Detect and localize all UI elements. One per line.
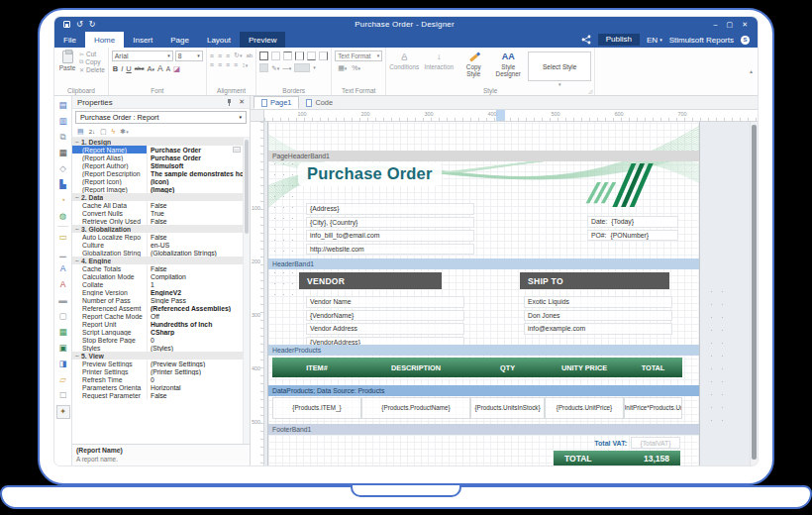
- align-left-icon[interactable]: ≡: [210, 61, 214, 68]
- border-sides-icon[interactable]: [295, 52, 304, 60]
- ribbon-collapse-icon[interactable]: ▴: [750, 67, 753, 74]
- property-row[interactable]: (Report Author) Stimulsoft ⋯: [72, 161, 243, 169]
- tools-icon[interactable]: ✦: [56, 405, 70, 419]
- ribbon-tab[interactable]: Insert: [124, 32, 161, 48]
- text-field[interactable]: info_bill_to@email.com: [306, 230, 474, 242]
- data-grid-icon[interactable]: ▣: [55, 340, 70, 356]
- cut-button[interactable]: ✂Cut: [79, 51, 105, 57]
- data-cell[interactable]: {Products.UnitsInStock}: [470, 397, 545, 419]
- barcode-icon[interactable]: ▦: [55, 145, 70, 160]
- property-row[interactable]: Retrieve Only Used False ⋯: [72, 217, 243, 225]
- property-row[interactable]: Styles (Styles) ⋯: [72, 344, 243, 352]
- copy-style-button[interactable]: Copy Style: [458, 52, 488, 77]
- date-field[interactable]: Date: {Today}: [587, 216, 678, 228]
- text-rotate-button[interactable]: ↻▾: [234, 52, 242, 59]
- properties-scrollbar[interactable]: [243, 138, 250, 444]
- undo-icon[interactable]: ↺: [76, 20, 83, 29]
- products-header-band[interactable]: HeaderProducts: [268, 345, 699, 356]
- text-icon[interactable]: ▭: [55, 229, 70, 245]
- property-row[interactable]: (Report Alias) Purchase Order ⋯: [72, 154, 243, 161]
- copy-button[interactable]: ⧉Copy: [79, 58, 105, 65]
- table-icon[interactable]: ▦: [55, 324, 70, 340]
- select-style-box[interactable]: Select Style: [528, 52, 591, 81]
- company-logo[interactable]: [583, 161, 660, 209]
- text-format-select[interactable]: Text Format ▾: [335, 51, 382, 61]
- footer-band[interactable]: FooterBand1: [268, 424, 699, 435]
- underline-button[interactable]: U: [126, 64, 131, 73]
- checkbox-icon[interactable]: ☐: [55, 387, 70, 403]
- grow-font-button[interactable]: A: [157, 63, 163, 73]
- map-icon[interactable]: ◍: [55, 208, 70, 224]
- border-none-icon[interactable]: [271, 52, 280, 60]
- border-top-icon[interactable]: [283, 52, 292, 60]
- property-row[interactable]: Auto Localize Repo False ⋯: [72, 233, 243, 241]
- page-tab[interactable]: Page1: [254, 96, 299, 109]
- horizontal-line-icon[interactable]: ▁: [55, 245, 70, 260]
- panel-close-icon[interactable]: ✕: [239, 98, 245, 106]
- property-row[interactable]: Request Parameter False ⋯: [72, 391, 243, 399]
- band-icon[interactable]: ▥: [55, 113, 70, 129]
- font-color-button[interactable]: A▾: [147, 64, 154, 73]
- align-justify-icon[interactable]: ≡: [234, 61, 238, 68]
- page-tab[interactable]: Code: [299, 96, 340, 109]
- ribbon-tab[interactable]: Home: [85, 32, 124, 48]
- style-designer-button[interactable]: AA Style Designer: [493, 52, 523, 77]
- cross-band-icon[interactable]: ⧉: [55, 129, 70, 145]
- property-row[interactable]: Printer Settings (Printer Settings) ⋯: [72, 367, 243, 375]
- text-field[interactable]: info@example.com: [524, 323, 672, 335]
- border-all-icon[interactable]: [259, 52, 268, 60]
- data-cell[interactable]: {Products.UnitPrice}: [545, 397, 624, 419]
- align-top-icon[interactable]: ≡: [210, 52, 214, 59]
- align-bottom-icon[interactable]: ≡: [226, 52, 230, 59]
- data-cell[interactable]: {Products.ProductName}: [361, 397, 470, 419]
- text-field[interactable]: Don Jones: [524, 310, 672, 322]
- page-break-icon[interactable]: ▢: [55, 308, 70, 324]
- pin-icon[interactable]: [226, 99, 233, 106]
- vendor-header-field[interactable]: VENDOR: [299, 272, 442, 289]
- language-selector[interactable]: EN ▾: [647, 36, 662, 45]
- property-row[interactable]: Report Cache Mode Off ⋯: [72, 312, 243, 320]
- fill-color-icon[interactable]: [259, 63, 268, 72]
- property-row[interactable]: (Report Icon) (Icon) ⋯: [72, 177, 243, 185]
- report-page[interactable]: PageHeaderBand1 Purchase Order: [267, 122, 700, 465]
- categorized-view-icon[interactable]: ▤: [77, 128, 84, 136]
- table-header-cell[interactable]: UNITY PRICE: [545, 363, 624, 372]
- delete-button[interactable]: ✕Delete: [79, 66, 105, 73]
- line-spacing-button[interactable]: ↕▾: [242, 61, 248, 68]
- property-row[interactable]: Referenced Assemt (Referenced Assemblies…: [72, 304, 243, 312]
- property-row[interactable]: Script Language CSharp ⋯: [72, 328, 243, 336]
- property-row[interactable]: Preview Settings (Preview Settings) ⋯: [72, 360, 243, 367]
- property-row[interactable]: Report Unit Hundredths of Inch ⋯: [72, 320, 243, 328]
- alphabetical-sort-icon[interactable]: 2↓: [89, 129, 95, 135]
- component-selector[interactable]: Purchase Order : Report ▾: [75, 111, 247, 124]
- bold-button[interactable]: B: [113, 64, 118, 73]
- text-field[interactable]: http://website.com: [306, 244, 474, 256]
- minimize-button[interactable]: –: [714, 21, 718, 28]
- italic-button[interactable]: I: [121, 64, 123, 73]
- property-row[interactable]: Cache All Data False ⋯: [72, 201, 243, 209]
- page-header-band[interactable]: PageHeaderBand1: [268, 151, 699, 161]
- border-style-button[interactable]: —▾: [282, 64, 291, 71]
- interaction-button[interactable]: ↓ Interaction: [424, 52, 454, 70]
- align-middle-icon[interactable]: ≡: [218, 52, 222, 59]
- share-icon[interactable]: [581, 35, 591, 45]
- table-header-cell[interactable]: ITEM#: [272, 363, 361, 372]
- maximize-button[interactable]: ▢: [727, 21, 734, 29]
- ellipsis-button[interactable]: ⋯: [233, 147, 241, 153]
- gauge-icon[interactable]: ◔: [55, 192, 70, 208]
- property-row[interactable]: (Report Name) Purchase Order ⋯: [72, 146, 243, 154]
- grand-total-field[interactable]: TOTAL 13,158: [554, 451, 680, 465]
- property-row[interactable]: Stop Before Page 0 ⋯: [72, 336, 243, 344]
- stimulsoft-logo-icon[interactable]: S: [741, 36, 750, 45]
- settings-gear-icon[interactable]: ✱▾: [120, 128, 128, 136]
- color-swatch[interactable]: [294, 63, 310, 72]
- strikethrough-button[interactable]: abc: [135, 65, 145, 71]
- conditions-button[interactable]: A̲ Conditions: [389, 52, 419, 70]
- property-row[interactable]: 4. Engine ⋯: [72, 257, 243, 264]
- word-wrap-button[interactable]: ab: [247, 52, 254, 58]
- property-grid-icon[interactable]: ▢: [100, 128, 107, 136]
- rich-text-icon[interactable]: A: [55, 276, 70, 292]
- save-icon[interactable]: [63, 21, 70, 28]
- text-box-icon[interactable]: A: [55, 260, 70, 276]
- component-icon[interactable]: ▤: [55, 97, 70, 113]
